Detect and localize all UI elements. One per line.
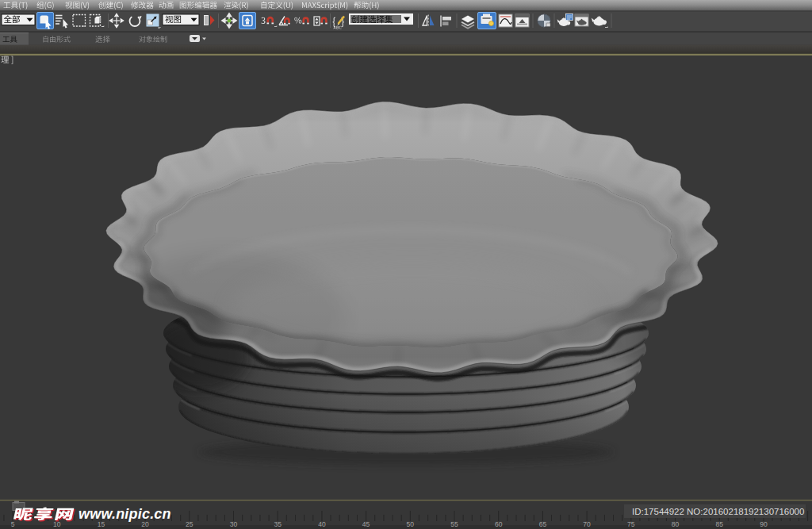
svg-text:35: 35 [274,520,282,528]
svg-text:90: 90 [760,520,768,528]
svg-text:65: 65 [539,520,547,528]
svg-text:50: 50 [407,520,415,528]
svg-text:ID:17544922 NO:201602181921307: ID:17544922 NO:20160218192130716000 [632,507,804,516]
svg-text:10: 10 [53,520,61,528]
svg-text:75: 75 [627,520,635,528]
svg-text:85: 85 [715,520,723,528]
svg-text:60: 60 [495,520,503,528]
svg-text:30: 30 [230,520,238,528]
svg-text:45: 45 [362,520,370,528]
svg-text:25: 25 [186,520,193,528]
svg-text:55: 55 [450,520,458,528]
svg-text:80: 80 [672,520,680,528]
svg-text:40: 40 [318,520,326,528]
svg-text:5: 5 [11,520,15,528]
svg-text:70: 70 [583,520,591,528]
svg-text:www.nipic.cn: www.nipic.cn [79,506,171,522]
